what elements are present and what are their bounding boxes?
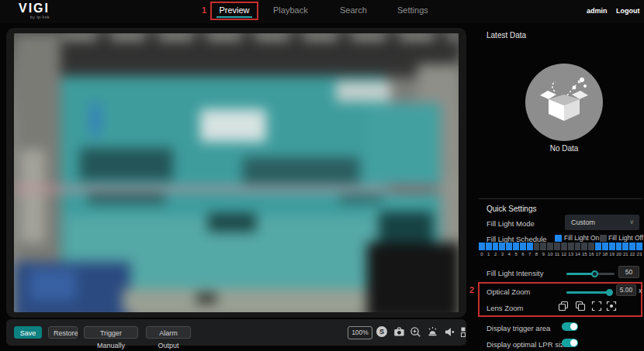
schedule-hour-segment[interactable] [622, 243, 628, 250]
logo-text: VIGI [19, 2, 50, 15]
tab-search[interactable]: Search [340, 5, 367, 15]
fill-light-schedule-bar[interactable] [479, 243, 642, 250]
lens-zoom-label: Lens Zoom [486, 304, 524, 312]
schedule-hour-segment[interactable] [629, 243, 635, 250]
username[interactable]: admin [587, 7, 608, 15]
video-blob [123, 289, 371, 312]
slider-handle[interactable] [591, 270, 598, 277]
restore-button[interactable]: Restore [48, 326, 78, 339]
slider-handle[interactable] [606, 289, 613, 296]
schedule-hour-segment[interactable] [575, 243, 581, 250]
schedule-hour-label: 14 [575, 252, 581, 256]
schedule-hour-segment[interactable] [493, 243, 499, 250]
quick-settings-title: Quick Settings [486, 205, 536, 213]
tab-settings[interactable]: Settings [397, 5, 428, 15]
video-panel [6, 28, 466, 318]
fill-light-mode-value: Custom [571, 219, 595, 226]
schedule-hour-label: 22 [629, 252, 635, 256]
annotation-step-1-box: Preview [210, 2, 258, 20]
schedule-hour-segment[interactable] [581, 243, 587, 250]
schedule-hour-segment[interactable] [561, 243, 567, 250]
no-data-label: No Data [510, 144, 618, 153]
top-nav: VIGI by tp-link 1 Preview Playback Searc… [0, 0, 644, 23]
schedule-hour-label: 1 [486, 252, 492, 256]
fill-light-off-label: Fill Light Off [608, 234, 643, 242]
schedule-hour-segment[interactable] [513, 243, 519, 250]
schedule-hour-label: 16 [588, 252, 594, 256]
optical-zoom-value[interactable]: 5.00 [616, 284, 636, 296]
schedule-hour-segment[interactable] [568, 243, 574, 250]
live-video[interactable] [14, 33, 459, 312]
focus-far-icon[interactable] [591, 301, 602, 311]
tab-playback[interactable]: Playback [273, 5, 308, 15]
schedule-hour-label: 10 [547, 252, 553, 256]
chevron-down-icon: ∨ [629, 215, 634, 230]
vigi-camera-web-ui: VIGI by tp-link 1 Preview Playback Searc… [0, 0, 644, 351]
optical-zoom-slider[interactable] [566, 291, 613, 294]
video-blob [80, 148, 173, 181]
video-blob [92, 103, 99, 136]
schedule-hour-segment[interactable] [547, 243, 553, 250]
focus-near-icon[interactable] [606, 301, 617, 311]
sidebar: Latest Data No Data Quick Settings Fill … [466, 23, 644, 351]
alarm-siren-icon[interactable] [427, 326, 438, 338]
schedule-hour-segment[interactable] [588, 243, 594, 250]
schedule-hour-segment[interactable] [595, 243, 601, 250]
fill-light-intensity-label: Fill Light Intensity [486, 269, 543, 277]
fill-light-schedule-hours: 01234567891011121314151617181920212223 [479, 252, 642, 256]
fill-light-mode-label: Fill Light Mode [486, 219, 535, 228]
display-trigger-area-toggle[interactable] [562, 322, 578, 331]
video-blob [20, 150, 45, 243]
tab-preview[interactable]: Preview [212, 5, 257, 15]
save-button[interactable]: Save [14, 326, 42, 339]
schedule-hour-segment[interactable] [499, 243, 505, 250]
lens-zoom-out-icon[interactable] [558, 301, 569, 311]
preview-toolbar: Save Restore Trigger Manually Alarm Outp… [6, 319, 466, 346]
schedule-hour-segment[interactable] [602, 243, 608, 250]
schedule-hour-segment[interactable] [540, 243, 546, 250]
schedule-hour-segment[interactable] [479, 243, 485, 250]
schedule-hour-label: 9 [540, 252, 546, 256]
logout-button[interactable]: Logout [616, 7, 640, 15]
video-blob [367, 243, 459, 312]
schedule-hour-segment[interactable] [636, 243, 642, 250]
stream-scale-button[interactable]: 100% [348, 326, 372, 339]
schedule-hour-segment[interactable] [554, 243, 560, 250]
display-trigger-area-label: Display trigger area [486, 324, 550, 332]
annotation-step-2: 2 [469, 285, 474, 294]
schedule-hour-label: 18 [602, 252, 608, 256]
annotation-step-1: 1 [202, 5, 206, 15]
fill-light-mode-select[interactable]: Custom ∨ [565, 215, 639, 230]
lens-zoom-in-icon[interactable] [575, 301, 586, 311]
digital-zoom-icon[interactable] [410, 326, 421, 338]
schedule-hour-segment[interactable] [486, 243, 492, 250]
schedule-hour-label: 11 [554, 252, 560, 256]
schedule-hour-label: 6 [520, 252, 526, 256]
schedule-hour-label: 13 [568, 252, 574, 256]
stream-quality-icon[interactable]: S [376, 326, 388, 338]
schedule-hour-segment[interactable] [527, 243, 533, 250]
fill-light-off-checkbox[interactable] [600, 235, 607, 242]
no-data-icon [525, 64, 603, 141]
schedule-hour-label: 20 [616, 252, 622, 256]
schedule-hour-segment[interactable] [609, 243, 615, 250]
schedule-hour-label: 4 [506, 252, 512, 256]
alarm-output-button[interactable]: Alarm Output [146, 326, 191, 339]
fill-light-on-checkbox[interactable] [555, 235, 562, 242]
fill-light-intensity-slider[interactable] [566, 273, 615, 275]
snapshot-camera-icon[interactable] [393, 326, 405, 338]
trigger-manually-button[interactable]: Trigger Manually [84, 326, 138, 339]
latest-data-title: Latest Data [486, 31, 526, 40]
schedule-hour-label: 21 [622, 252, 628, 256]
schedule-hour-segment[interactable] [534, 243, 540, 250]
schedule-hour-segment[interactable] [616, 243, 622, 250]
audio-speaker-icon[interactable] [444, 326, 455, 338]
display-optimal-lpr-toggle[interactable] [562, 339, 578, 347]
schedule-hour-segment[interactable] [520, 243, 526, 250]
fill-light-on-label: Fill Light On [564, 234, 599, 242]
schedule-hour-segment[interactable] [506, 243, 512, 250]
schedule-hour-label: 15 [581, 252, 587, 256]
video-watermark-blob [196, 294, 216, 303]
schedule-hour-label: 5 [513, 252, 519, 256]
fill-light-intensity-value[interactable]: 50 [618, 266, 639, 278]
